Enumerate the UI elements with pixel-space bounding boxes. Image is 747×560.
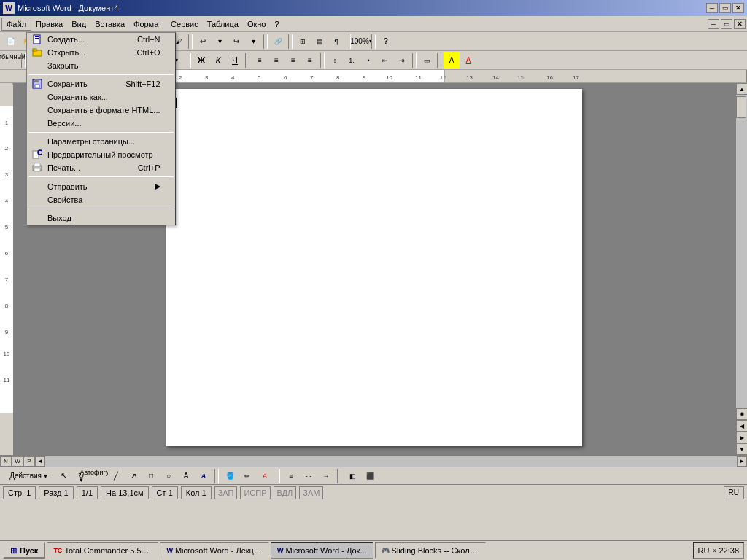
menu-save[interactable]: Сохранить Shift+F12 (27, 77, 175, 90)
justify-button[interactable]: ≡ (302, 52, 318, 69)
menu-props[interactable]: Свойства (27, 193, 175, 206)
menu-window[interactable]: Окно (243, 18, 271, 30)
redo-button[interactable]: ↪ (228, 34, 244, 50)
menu-savehtml[interactable]: Сохранить в формате HTML... (27, 104, 175, 117)
bullets-button[interactable]: • (360, 52, 376, 69)
menu-close[interactable]: Закрыть (27, 59, 175, 72)
scroll-right-button[interactable]: ► (737, 456, 747, 467)
scroll-left-button[interactable]: ◄ (35, 456, 45, 467)
arrow-tool-button[interactable]: ↗ (125, 468, 142, 484)
textbox-button[interactable]: A (178, 468, 194, 484)
3d-button[interactable]: ⬛ (362, 468, 378, 484)
decrease-indent-button[interactable]: ⇤ (377, 52, 393, 69)
menu-saveas[interactable]: Сохранить как... (27, 90, 175, 104)
menu-pagesetup[interactable]: Параметры страницы... (27, 135, 175, 148)
font-color-draw-button[interactable]: A (257, 468, 273, 484)
dash-style-button[interactable]: - - (301, 468, 317, 484)
underline-button[interactable]: Ч (227, 52, 243, 69)
menu-versions[interactable]: Версии... (27, 117, 175, 130)
wordart-button[interactable]: A (196, 468, 212, 484)
menu-table[interactable]: Таблица (203, 18, 243, 30)
scroll-down-button[interactable]: ▼ (736, 443, 747, 455)
style-dropdown[interactable]: Обычный ▾ (3, 52, 19, 69)
line-tool-button[interactable]: ╱ (108, 468, 124, 484)
view-normal-button[interactable]: N (0, 456, 12, 467)
svg-rect-47 (34, 168, 40, 171)
rect-tool-button[interactable]: □ (143, 468, 159, 484)
menu-service[interactable]: Сервис (166, 18, 203, 30)
word-close-button[interactable]: ✕ (734, 19, 746, 29)
menu-divider-1 (28, 74, 174, 75)
taskbar-item-sliding[interactable]: 🎮 Sliding Blocks -- Скользя... (375, 542, 486, 559)
align-left-button[interactable]: ≡ (252, 52, 268, 69)
redo-dropdown[interactable]: ▾ (245, 34, 261, 50)
menu-help[interactable]: ? (270, 18, 283, 30)
line-spacing-button[interactable]: ↕ (327, 52, 343, 69)
start-button[interactable]: ⊞ Пуск (3, 542, 45, 559)
view-layout-button[interactable]: P (23, 456, 35, 467)
shadow-button[interactable]: ◧ (344, 468, 360, 484)
undo-button[interactable]: ↩ (195, 34, 211, 50)
taskbar-item-total-cmd[interactable]: TC Total Commander 5.50 - ... (47, 542, 158, 559)
show-hide-button[interactable]: ¶ (328, 34, 344, 50)
menu-print[interactable]: Печать... Ctrl+P (27, 161, 175, 174)
align-right-button[interactable]: ≡ (285, 52, 301, 69)
scroll-thumb[interactable] (736, 96, 746, 118)
menu-open[interactable]: Открыть... Ctrl+O (27, 46, 175, 59)
hyperlink-button[interactable]: 🔗 (270, 34, 286, 50)
scroll-track[interactable] (736, 95, 747, 408)
numbering-button[interactable]: 1. (344, 52, 360, 69)
next-page-button[interactable]: ▶ (736, 432, 747, 443)
menu-exit[interactable]: Выход (27, 211, 175, 225)
table-button[interactable]: ⊞ (295, 34, 311, 50)
menu-preview[interactable]: Предварительный просмотр (27, 148, 175, 161)
tb2-sep6 (412, 53, 417, 68)
autoshapes-button[interactable]: Автофигуры ▾ (90, 468, 107, 484)
new-button[interactable]: 📄 (3, 34, 19, 50)
draw-sep3 (337, 469, 341, 483)
view-web-button[interactable]: W (12, 456, 23, 467)
menu-send[interactable]: Отправить ▶ (27, 179, 175, 193)
taskbar-item-word-lecture[interactable]: W Microsoft Word - Лекция... (160, 542, 269, 559)
word-restore-button[interactable]: ▭ (721, 19, 732, 29)
undo-dropdown[interactable]: ▾ (212, 34, 228, 50)
word-minimize-button[interactable]: ─ (708, 19, 719, 29)
app-close-button[interactable]: ✕ (732, 3, 744, 13)
increase-indent-button[interactable]: ⇥ (394, 52, 410, 69)
menu-view[interactable]: Вид (67, 18, 90, 30)
menu-edit[interactable]: Правка (31, 18, 67, 30)
outside-border-button[interactable]: ▭ (419, 52, 435, 69)
line-style-button[interactable]: ≡ (283, 468, 299, 484)
zoom-dropdown[interactable]: 100%▾ (353, 34, 369, 50)
save-icon (30, 79, 44, 89)
menu-insert[interactable]: Вставка (90, 18, 129, 30)
align-center-button[interactable]: ≡ (268, 52, 285, 69)
app-restore-button[interactable]: ▭ (719, 3, 731, 13)
scroll-up-button[interactable]: ▲ (736, 83, 747, 95)
line-color-button[interactable]: ✏ (239, 468, 255, 484)
select-button[interactable]: ↖ (55, 468, 71, 484)
actions-menu-button[interactable]: Действия ▾ (3, 468, 54, 484)
menu-file[interactable]: Файл (1, 18, 31, 31)
svg-text:4: 4 (4, 198, 8, 204)
select-browse-button[interactable]: ◉ (736, 408, 747, 420)
columns-button[interactable]: ▤ (311, 34, 328, 50)
svg-text:10: 10 (386, 74, 392, 81)
ellipse-tool-button[interactable]: ○ (160, 468, 177, 484)
font-color-button[interactable]: A (460, 52, 476, 69)
menu-new[interactable]: Создать... Ctrl+N (27, 33, 175, 46)
help-button[interactable]: ? (378, 34, 394, 50)
language-status: RU (724, 486, 744, 499)
highlight-button[interactable]: A (444, 52, 460, 69)
svg-text:9: 9 (4, 329, 8, 335)
arrow-style-button[interactable]: → (318, 468, 334, 484)
fill-color-button[interactable]: 🪣 (222, 468, 238, 484)
taskbar-item-word-doc[interactable]: W Microsoft Word - Док... (271, 542, 374, 559)
bold-button[interactable]: Ж (193, 52, 209, 69)
italic-button[interactable]: К (210, 52, 226, 69)
app-minimize-button[interactable]: ─ (706, 3, 718, 13)
tb2-sep5 (320, 53, 325, 68)
prev-page-button[interactable]: ◀ (736, 420, 747, 432)
h-scroll-track[interactable] (45, 456, 737, 467)
menu-format[interactable]: Формат (129, 18, 166, 30)
